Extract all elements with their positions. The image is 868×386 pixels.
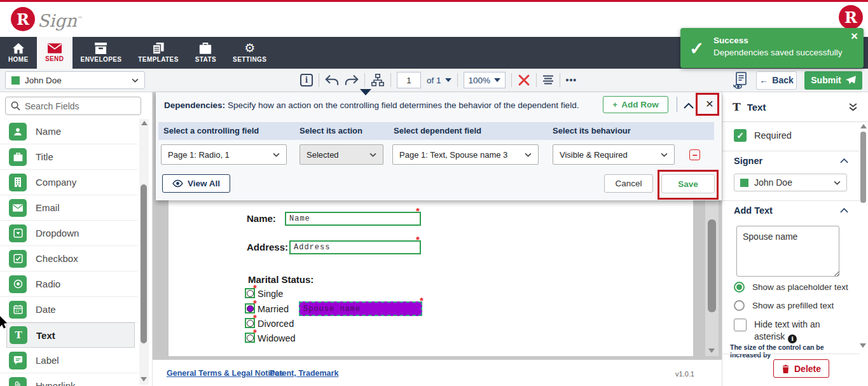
submit-button[interactable]: Submit <box>804 71 862 90</box>
field-item-label[interactable]: Label <box>0 348 137 373</box>
cancel-button[interactable]: Cancel <box>604 174 653 193</box>
resize-grip-icon[interactable] <box>834 271 839 276</box>
user-icon <box>9 123 27 141</box>
nav-item-envelopes[interactable]: ENVELOPES <box>72 37 130 69</box>
dropdown-icon <box>9 224 27 242</box>
field-type-header: T Text <box>722 92 868 122</box>
dependencies-panel: Dependencies:Specify how an action on th… <box>156 92 722 200</box>
dependent-field-select[interactable]: Page 1: Text, Spouse name 3 <box>392 144 539 165</box>
scrollbar-thumb[interactable] <box>860 132 866 203</box>
field-item-text[interactable]: T Text <box>6 322 135 348</box>
document-scrollbar[interactable] <box>705 199 719 356</box>
add-text-section-header[interactable]: Add Text <box>722 205 860 216</box>
placeholder-radio[interactable] <box>734 282 745 293</box>
delete-button[interactable]: Delete <box>773 359 829 378</box>
separator <box>511 73 512 87</box>
success-toast: ✓ Success Dependencies saved successfull… <box>680 28 864 68</box>
undo-icon[interactable] <box>325 75 339 86</box>
preview-document-icon[interactable] <box>733 72 748 89</box>
redo-icon[interactable] <box>345 75 359 86</box>
close-panel-icon[interactable]: × <box>706 95 713 112</box>
info-icon[interactable]: i <box>788 334 797 343</box>
separator <box>319 73 319 87</box>
brand-top-line <box>0 0 868 2</box>
more-options-icon[interactable]: ••• <box>566 75 577 85</box>
add-text-input[interactable]: Spouse name <box>736 226 839 277</box>
required-asterisk: * <box>253 329 257 336</box>
spouse-name-text-field[interactable]: Spouse name <box>299 301 422 316</box>
separator: | <box>258 369 261 378</box>
toast-close-icon[interactable]: × <box>851 29 858 43</box>
paperclip-icon <box>9 377 27 386</box>
terms-link[interactable]: General Terms & Legal Notices <box>167 369 284 378</box>
remove-row-icon[interactable]: − <box>689 149 700 160</box>
search-fields-box <box>5 97 141 115</box>
field-item-name[interactable]: Name <box>0 119 137 144</box>
scrollbar-thumb[interactable] <box>708 219 716 312</box>
dependencies-heading: Dependencies:Specify how an action on th… <box>164 100 584 110</box>
nav-item-send[interactable]: SEND <box>37 37 72 69</box>
name-field[interactable]: Name <box>285 212 421 226</box>
field-item-date[interactable]: Date <box>0 297 137 322</box>
prefilled-option-row: Show as prefilled text <box>722 300 860 311</box>
add-row-button[interactable]: + Add Row <box>603 96 668 113</box>
field-item-email[interactable]: Email <box>0 195 137 221</box>
scroll-down-icon[interactable] <box>860 343 866 348</box>
hide-text-checkbox[interactable] <box>734 319 747 331</box>
page-count-dropdown[interactable]: of 1 <box>427 76 451 85</box>
behaviour-select[interactable]: Visible & Required <box>553 144 675 165</box>
marital-status-label: Marital Status: <box>248 274 313 285</box>
signer-section-header[interactable]: Signer <box>722 156 860 166</box>
nav-item-templates[interactable]: TEMPLATES <box>130 37 186 69</box>
prefilled-radio[interactable] <box>734 300 745 311</box>
nav-item-home[interactable]: HOME <box>0 37 37 69</box>
collapse-panel-icon[interactable] <box>684 100 694 111</box>
address-label: Address: <box>247 242 288 252</box>
required-checkbox[interactable]: ✓ <box>734 129 747 142</box>
address-field[interactable]: Address <box>289 240 421 254</box>
signer-dropdown[interactable]: John Doe <box>734 174 847 191</box>
separator <box>390 73 391 87</box>
action-select[interactable]: Selected <box>300 144 383 165</box>
controlling-field-select[interactable]: Page 1: Radio, 1 <box>161 144 287 165</box>
search-fields-input[interactable] <box>25 101 127 111</box>
field-item-checkbox[interactable]: Checkbox <box>0 246 137 272</box>
double-chevron-down-icon[interactable] <box>848 103 858 111</box>
field-item-company[interactable]: Company <box>0 170 137 195</box>
nav-item-stats[interactable]: STATS <box>187 37 224 69</box>
patent-link[interactable]: Patent, Trademark <box>270 369 338 378</box>
field-item-radio[interactable]: Radio <box>0 272 137 297</box>
field-item-dropdown[interactable]: Dropdown <box>0 221 137 246</box>
size-note: The size of the control can be increased… <box>730 343 855 359</box>
chevron-up-icon <box>840 158 848 163</box>
column-action: Select its action <box>300 126 362 135</box>
dependencies-table-header: Select a controlling field Select its ac… <box>158 122 714 140</box>
back-arrow-icon: ← <box>759 75 768 85</box>
back-button[interactable]: ← Back <box>756 71 797 90</box>
save-button[interactable]: Save <box>661 174 715 193</box>
align-icon[interactable] <box>542 75 554 85</box>
sidebar-scrollbar[interactable] <box>139 119 149 385</box>
rsign-logo-r-icon: R <box>11 7 35 31</box>
scroll-down-icon[interactable] <box>141 377 147 382</box>
scroll-up-icon[interactable] <box>141 121 148 125</box>
separator <box>457 73 458 87</box>
properties-panel: T Text ✓ Required Signer John Doe Add Te… <box>722 92 868 386</box>
scrollbar-thumb[interactable] <box>141 184 147 343</box>
view-all-button[interactable]: View All <box>162 174 230 193</box>
dependencies-icon[interactable] <box>371 73 385 87</box>
templates-icon <box>152 43 165 54</box>
info-icon[interactable]: i <box>300 74 313 86</box>
properties-scrollbar[interactable] <box>859 124 867 353</box>
field-item-title[interactable]: Title <box>0 144 137 170</box>
delete-field-icon[interactable] <box>518 74 530 86</box>
checkbox-icon <box>9 250 27 268</box>
field-item-hyperlink[interactable]: Hyperlink <box>0 373 137 386</box>
zoom-dropdown[interactable]: 100% <box>464 72 506 88</box>
separator <box>560 73 560 87</box>
recipient-dropdown[interactable]: John Doe <box>5 71 145 89</box>
nav-item-settings[interactable]: ⚙ SETTINGS <box>224 37 275 69</box>
page-number-input[interactable] <box>397 72 421 88</box>
scroll-down-icon[interactable] <box>708 348 715 353</box>
divider <box>722 354 860 354</box>
